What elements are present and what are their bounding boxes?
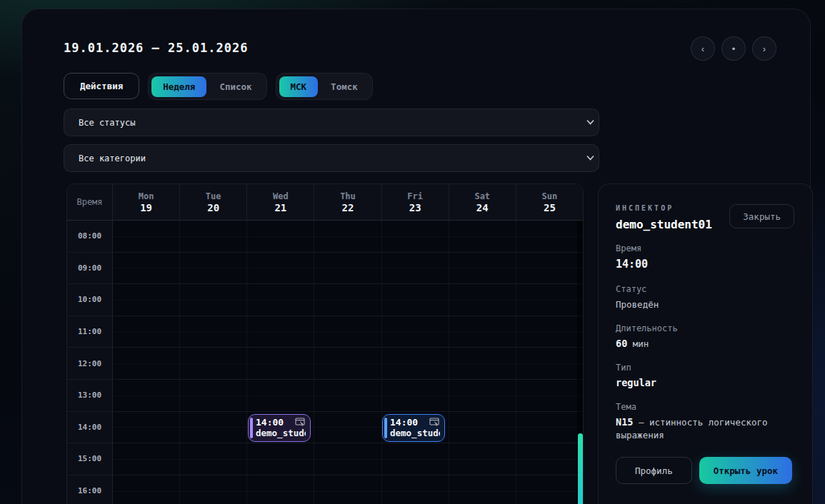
calendar-cell[interactable] [180,253,247,284]
app-card: 19.01.2026 — 25.01.2026 ‹ • › Действия Н… [21,9,811,504]
calendar-cell[interactable] [382,284,449,316]
calendar-cell[interactable] [314,316,381,348]
event-time: 14:00 [390,417,418,428]
calendar-cell[interactable] [449,348,516,379]
prev-week-button[interactable]: ‹ [691,36,715,61]
time-label: 10:00 [67,284,113,316]
calendar-cell[interactable] [382,348,449,379]
category-filter-select[interactable]: Все категории [64,144,599,172]
view-week-button[interactable]: Неделя [151,76,206,97]
calendar-cell[interactable] [180,412,247,443]
calendar-cell[interactable] [382,475,449,504]
calendar-cell[interactable] [516,316,583,348]
calendar-cell[interactable] [314,380,381,411]
calendar-cell[interactable] [180,348,247,379]
calendar-cell[interactable] [314,475,381,504]
calendar-cell[interactable] [113,412,180,443]
calendar-cell[interactable] [516,412,583,443]
calendar-cell[interactable] [247,443,314,475]
calendar-cell[interactable] [314,253,381,284]
calendar-cell[interactable] [113,284,180,316]
hour-row-1500: 15:00 [67,443,583,475]
calendar-cell[interactable] [180,284,247,316]
actions-button[interactable]: Действия [64,73,139,99]
calendar-cell[interactable] [516,443,583,475]
calendar-cell[interactable] [382,316,449,348]
calendar-cell[interactable] [314,284,381,316]
calendar-cell[interactable] [247,221,314,252]
day-header-mon: Mon 19 [113,184,180,220]
calendar-cell[interactable] [113,221,180,252]
timezone-toggle: МСК Томск [276,73,373,100]
calendar-cell[interactable] [314,412,381,443]
time-label: 09:00 [67,253,113,284]
calendar-cell[interactable] [382,443,449,475]
calendar-cell[interactable] [382,253,449,284]
view-toggle: Неделя Список [148,73,266,100]
calendar-cell[interactable] [449,221,516,252]
open-lesson-button[interactable]: Открыть урок [699,457,792,484]
lesson-event-fri-1400[interactable]: 14:00 demo_student01 [382,414,445,442]
calendar-cell[interactable] [449,475,516,504]
calendar-cell[interactable] [449,412,516,443]
tz-msk-button[interactable]: МСК [279,76,319,97]
today-button[interactable]: • [721,36,746,61]
hour-row-0800: 08:00 [67,221,583,253]
status-filter-select[interactable]: Все статусы [64,109,599,136]
calendar-cell[interactable] [113,380,180,411]
calendar-cell[interactable] [516,475,583,504]
lesson-details-panel: ИНСПЕКТОР demo_student01 Закрыть Время 1… [598,183,813,504]
calendar-cell[interactable] [516,380,583,411]
lesson-event-wed-1400[interactable]: 14:00 demo_student01 [248,414,311,442]
hour-row-1000: 10:00 [67,284,583,316]
calendar-cell[interactable] [516,348,583,379]
day-header-wed: Wed 21 [247,184,314,220]
calendar-cell[interactable] [180,221,247,252]
calendar-cell[interactable] [449,443,516,475]
screen-window-cursor-icon [429,418,440,427]
calendar-cell[interactable] [516,284,583,316]
calendar-cell[interactable] [516,221,583,252]
calendar-cell[interactable] [180,443,247,475]
calendar-cell[interactable] [113,253,180,284]
calendar-cell[interactable] [247,253,314,284]
calendar-cell[interactable] [314,348,381,379]
calendar-cell[interactable] [113,475,180,504]
calendar-cell[interactable] [382,380,449,411]
field-duration: Длительность 60 мин [616,323,795,351]
calendar-cell[interactable] [247,475,314,504]
calendar-cell[interactable] [516,253,583,284]
calendar-scrollbar-track[interactable] [577,221,583,504]
calendar-cell[interactable] [449,380,516,411]
view-list-button[interactable]: Список [208,76,263,97]
calendar-cell[interactable] [382,221,449,252]
calendar-cell[interactable] [247,348,314,379]
profile-button[interactable]: Профиль [616,457,692,484]
calendar-cell[interactable] [449,284,516,316]
calendar-cell[interactable] [449,253,516,284]
calendar-cell[interactable] [180,475,247,504]
calendar-cell[interactable] [247,380,314,411]
hour-row-0900: 09:00 [67,253,583,285]
time-label: 14:00 [67,412,113,443]
tz-tomsk-button[interactable]: Томск [319,76,369,97]
calendar-cell[interactable] [180,380,247,411]
calendar-scrollbar-thumb[interactable] [578,433,583,504]
calendar-cell[interactable] [113,443,180,475]
next-week-button[interactable]: › [752,36,776,61]
calendar-cell[interactable] [180,316,247,348]
day-header-sun: Sun 25 [516,184,583,220]
close-button[interactable]: Закрыть [729,204,794,228]
calendar-cell[interactable] [247,316,314,348]
day-header-tue: Tue 20 [180,184,247,220]
calendar-cell[interactable] [113,316,180,348]
calendar-cell[interactable] [314,443,381,475]
calendar-cell[interactable] [113,348,180,379]
calendar-cell[interactable] [314,221,381,252]
week-navigation: ‹ • › [691,36,776,61]
time-label: 12:00 [67,348,113,379]
field-topic: Тема N15 — истинность логического выраже… [616,402,795,441]
calendar-cell[interactable] [449,316,516,348]
calendar-cell[interactable] [247,284,314,316]
day-header-thu: Thu 22 [314,184,381,220]
